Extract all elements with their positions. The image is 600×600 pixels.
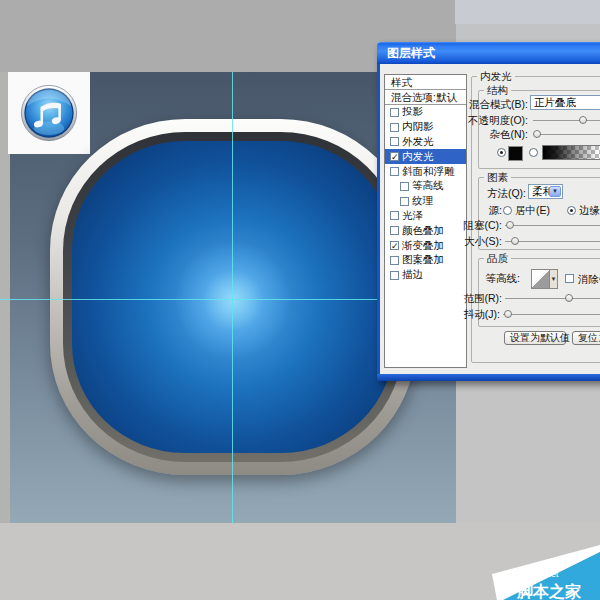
button-center-glow: [153, 220, 313, 380]
layer-style-dialog: 图层样式 样式 混合选项:默认 投影内阴影外发光✓内发光斜面和浮雕等高线纹理光泽…: [377, 42, 600, 381]
range-slider-track[interactable]: [505, 298, 600, 299]
blend-mode-label: 混合模式(B):: [436, 98, 528, 110]
glow-gradient-radio[interactable]: [529, 148, 538, 157]
opacity-slider-handle[interactable]: [579, 116, 587, 124]
style-item-label: 图案叠加: [402, 253, 444, 267]
range-label: 范围(R):: [410, 292, 502, 304]
style-list-item[interactable]: 斜面和浮雕: [385, 164, 466, 179]
noise-label: 杂色(N):: [436, 128, 528, 140]
jitter-slider-track[interactable]: [503, 314, 600, 315]
style-enable-checkbox[interactable]: [390, 108, 399, 117]
source-label: 源:: [410, 204, 502, 216]
contour-label: 等高线:: [428, 272, 520, 284]
source-edge-label: 边缘(G): [579, 204, 600, 216]
guide-vertical[interactable]: [232, 72, 233, 523]
photoshop-workspace: 图层样式 样式 混合选项:默认 投影内阴影外发光✓内发光斜面和浮雕等高线纹理光泽…: [0, 0, 600, 600]
technique-label: 方法(Q):: [434, 187, 526, 199]
itunes-preview-tile: [8, 72, 90, 154]
choke-slider-track[interactable]: [505, 225, 600, 226]
opacity-slider-track[interactable]: [533, 120, 600, 121]
style-item-label: 内阴影: [402, 120, 434, 134]
style-list-item[interactable]: 图案叠加: [385, 253, 466, 268]
style-enable-checkbox[interactable]: [400, 182, 409, 191]
style-enable-checkbox[interactable]: [400, 197, 409, 206]
watermark-site-text: 脚本之家: [516, 582, 582, 600]
range-slider-handle[interactable]: [565, 294, 573, 302]
style-item-label: 斜面和浮雕: [402, 165, 455, 179]
noise-slider-track[interactable]: [535, 134, 600, 135]
make-default-button[interactable]: 设置为默认值: [504, 331, 566, 345]
styles-header-item[interactable]: 样式: [385, 75, 466, 90]
dialog-frame-left: [377, 64, 380, 381]
dialog-titlebar[interactable]: 图层样式: [377, 42, 600, 64]
quality-group-title: 品质: [484, 252, 511, 266]
choke-label: 阻塞(C):: [410, 219, 502, 231]
style-enable-checkbox[interactable]: [390, 271, 399, 280]
style-enable-checkbox[interactable]: [390, 211, 399, 220]
size-slider-track[interactable]: [505, 241, 600, 242]
inner-glow-section-title: 内发光: [477, 70, 515, 84]
structure-group-title: 结构: [484, 84, 511, 98]
style-item-label: 内发光: [402, 150, 434, 164]
contour-picker[interactable]: [531, 269, 550, 289]
jitter-label: 抖动(J):: [408, 308, 500, 320]
antialias-label: 消除锯齿: [578, 273, 600, 285]
source-edge-radio[interactable]: [567, 206, 576, 215]
elements-group-title: 图素: [484, 171, 511, 185]
noise-slider-handle[interactable]: [533, 130, 541, 138]
style-item-label: 外发光: [402, 135, 434, 149]
style-enable-checkbox[interactable]: [390, 137, 399, 146]
jitter-slider-handle[interactable]: [504, 310, 512, 318]
contour-arrow-button[interactable]: ▼: [550, 269, 558, 289]
size-slider-handle[interactable]: [511, 237, 519, 245]
choke-slider-handle[interactable]: [506, 221, 514, 229]
chevron-down-icon[interactable]: ▼: [549, 186, 561, 197]
glow-color-radio[interactable]: [497, 148, 506, 157]
source-center-label: 居中(E): [515, 204, 550, 216]
glow-gradient-bar[interactable]: [542, 145, 600, 160]
glow-color-swatch[interactable]: [508, 146, 523, 161]
opacity-label: 不透明度(O):: [436, 114, 528, 126]
style-item-label: 描边: [402, 268, 423, 282]
style-enable-checkbox[interactable]: [390, 226, 399, 235]
style-enable-checkbox[interactable]: [390, 123, 399, 132]
size-label: 大小(S):: [410, 235, 502, 247]
dialog-title: 图层样式: [387, 46, 435, 60]
itunes-logo-icon: [15, 79, 83, 147]
style-item-label: 投影: [402, 105, 423, 119]
blend-mode-select[interactable]: 正片叠底: [530, 95, 600, 110]
style-enable-checkbox[interactable]: ✓: [390, 152, 399, 161]
reset-default-button[interactable]: 复位为默认值: [572, 331, 600, 345]
antialias-checkbox[interactable]: [565, 274, 574, 283]
style-enable-checkbox[interactable]: ✓: [390, 241, 399, 250]
dialog-frame-bottom: [377, 374, 600, 381]
blend-mode-value: 正片叠底: [534, 96, 576, 109]
watermark-url-text: jb51.net: [527, 569, 559, 579]
style-list-item[interactable]: ✓内发光: [385, 149, 466, 164]
style-enable-checkbox[interactable]: [390, 256, 399, 265]
workspace-top-right-strip: [455, 0, 600, 24]
watermark: jb51.net 脚本之家: [470, 540, 600, 600]
technique-select[interactable]: 柔和 ▼: [528, 184, 563, 199]
source-center-radio[interactable]: [503, 206, 512, 215]
style-enable-checkbox[interactable]: [390, 167, 399, 176]
